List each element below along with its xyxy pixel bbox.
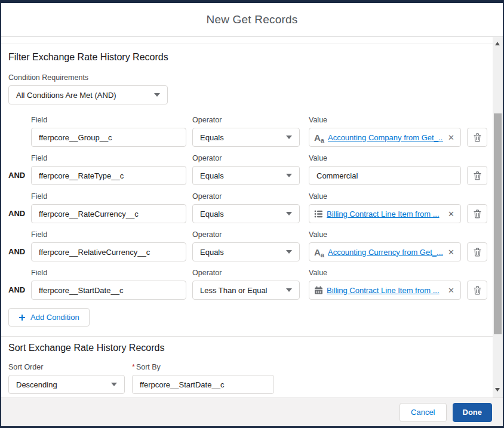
chevron-down-icon xyxy=(154,93,160,97)
condition-row: AND Field Operator Equals Value Aa xyxy=(8,230,493,261)
add-condition-label: Add Condition xyxy=(30,313,79,322)
delete-condition-button[interactable] xyxy=(467,166,487,185)
field-input[interactable] xyxy=(31,204,186,223)
sort-order-value: Descending xyxy=(16,380,57,389)
value-resource-pill[interactable]: Aa Accounting Company from Get_... ✕ xyxy=(309,128,461,147)
chevron-down-icon xyxy=(286,212,292,215)
top-divider xyxy=(1,44,493,44)
cancel-button[interactable]: Cancel xyxy=(399,403,446,422)
close-icon[interactable]: ✕ xyxy=(447,210,456,218)
condition-row: AND Field Operator Equals Value xyxy=(8,192,493,223)
filter-section-heading: Filter Exchange Rate History Records xyxy=(8,52,493,63)
condition-requirements-value: All Conditions Are Met (AND) xyxy=(16,91,116,100)
trash-icon xyxy=(474,133,481,142)
operator-value: Equals xyxy=(200,248,224,257)
trash-icon xyxy=(474,171,481,180)
field-column-label: Field xyxy=(31,153,186,163)
field-input[interactable] xyxy=(31,166,186,185)
value-column-label: Value xyxy=(309,230,461,239)
operator-column-label: Operator xyxy=(192,192,300,201)
text-type-icon: Aa xyxy=(314,248,324,257)
add-condition-button[interactable]: Add Condition xyxy=(8,308,90,327)
condition-row: Field Operator Equals Value Aa Accountin… xyxy=(8,115,493,147)
and-label: AND xyxy=(8,209,31,223)
delete-condition-button[interactable] xyxy=(467,242,487,261)
done-button[interactable]: Done xyxy=(453,403,493,422)
scroll-up-icon[interactable] xyxy=(495,42,500,45)
condition-row: AND Field Operator Equals Value xyxy=(8,153,493,185)
operator-select[interactable]: Equals xyxy=(192,242,300,261)
and-spacer xyxy=(8,141,31,147)
condition-row: AND Field Operator Less Than or Equal Va… xyxy=(8,268,493,300)
operator-column-label: Operator xyxy=(192,153,300,163)
condition-requirements-select[interactable]: All Conditions Are Met (AND) xyxy=(8,85,168,104)
sort-order-select[interactable]: Descending xyxy=(8,375,125,394)
field-column-label: Field xyxy=(31,192,186,201)
new-get-records-modal: New Get Records Filter Exchange Rate His… xyxy=(1,3,503,426)
value-resource-link[interactable]: Accounting Currency from Get_... xyxy=(328,248,443,257)
field-input[interactable] xyxy=(31,281,186,300)
trash-icon xyxy=(474,286,481,295)
trash-icon xyxy=(474,210,481,218)
scroll-down-icon[interactable] xyxy=(495,388,500,392)
and-label: AND xyxy=(8,247,31,261)
sort-section-heading: Sort Exchange Rate History Records xyxy=(8,343,493,353)
chevron-down-icon xyxy=(286,174,292,177)
delete-condition-button[interactable] xyxy=(467,281,487,300)
field-column-label: Field xyxy=(31,230,186,239)
modal-title: New Get Records xyxy=(207,13,298,26)
sort-by-input[interactable] xyxy=(132,375,274,394)
chevron-down-icon xyxy=(286,250,292,254)
modal-content: Filter Exchange Rate History Records Con… xyxy=(1,37,493,398)
value-resource-link[interactable]: Billing Contract Line Item from ... xyxy=(327,286,443,295)
plus-icon xyxy=(19,314,26,321)
sort-row: Sort Order Descending *Sort By xyxy=(8,362,493,394)
value-resource-pill[interactable]: Billing Contract Line Item from ... ✕ xyxy=(309,281,461,300)
operator-select[interactable]: Less Than or Equal xyxy=(192,281,300,300)
delete-condition-button[interactable] xyxy=(467,204,487,223)
value-column-label: Value xyxy=(309,115,461,125)
sort-by-label: *Sort By xyxy=(132,362,274,372)
operator-value: Equals xyxy=(200,133,224,142)
value-column-label: Value xyxy=(309,153,461,163)
required-asterisk: * xyxy=(132,363,135,371)
operator-column-label: Operator xyxy=(192,230,300,239)
vertical-scrollbar[interactable] xyxy=(493,37,503,398)
field-input[interactable] xyxy=(31,128,186,147)
modal-body: Filter Exchange Rate History Records Con… xyxy=(1,37,503,398)
condition-requirements-label: Condition Requirements xyxy=(8,73,493,82)
field-input[interactable] xyxy=(31,242,186,261)
and-label: AND xyxy=(8,285,31,300)
close-icon[interactable]: ✕ xyxy=(447,248,456,257)
close-icon[interactable]: ✕ xyxy=(447,133,456,142)
chevron-down-icon xyxy=(286,136,292,139)
chevron-down-icon xyxy=(111,383,117,386)
value-column-label: Value xyxy=(309,192,461,201)
operator-value: Equals xyxy=(200,210,224,218)
value-input[interactable] xyxy=(309,166,461,185)
value-resource-link[interactable]: Billing Contract Line Item from ... xyxy=(327,210,443,218)
operator-select[interactable]: Equals xyxy=(192,128,300,147)
value-resource-pill[interactable]: Billing Contract Line Item from ... ✕ xyxy=(309,204,461,223)
field-column-label: Field xyxy=(31,115,186,125)
value-resource-link[interactable]: Accounting Company from Get_... xyxy=(328,133,443,142)
modal-footer: Cancel Done xyxy=(1,398,503,426)
scrollbar-thumb[interactable] xyxy=(494,113,502,334)
calendar-icon xyxy=(314,286,323,295)
operator-column-label: Operator xyxy=(192,268,300,278)
operator-value: Equals xyxy=(200,171,224,180)
operator-select[interactable]: Equals xyxy=(192,166,300,185)
value-resource-pill[interactable]: Aa Accounting Currency from Get_... ✕ xyxy=(309,242,461,261)
sort-order-label: Sort Order xyxy=(8,362,125,372)
field-column-label: Field xyxy=(31,268,186,278)
delete-condition-button[interactable] xyxy=(467,128,487,147)
text-type-icon: Aa xyxy=(314,133,324,142)
operator-column-label: Operator xyxy=(192,115,300,125)
close-icon[interactable]: ✕ xyxy=(447,286,456,295)
sort-by-label-text: Sort By xyxy=(136,363,161,371)
operator-value: Less Than or Equal xyxy=(200,286,268,295)
and-label: AND xyxy=(8,171,31,185)
modal-header: New Get Records xyxy=(1,3,503,37)
picklist-icon xyxy=(314,210,323,218)
operator-select[interactable]: Equals xyxy=(192,204,300,223)
